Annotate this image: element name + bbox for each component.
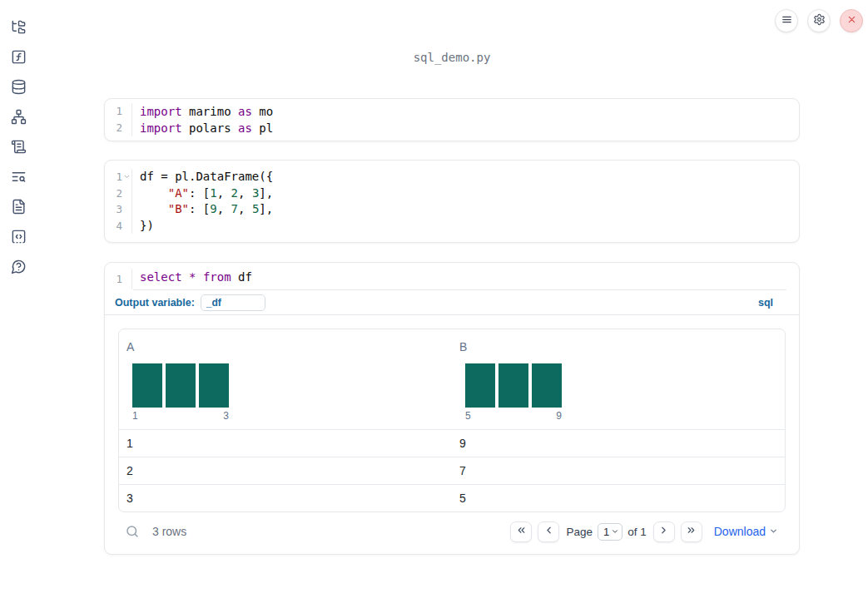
code-token: ], <box>259 202 273 215</box>
code-token: , <box>217 186 231 200</box>
code-token <box>182 270 189 284</box>
code-token: "B" <box>168 202 189 215</box>
cell-value: 7 <box>452 464 785 477</box>
code-line: 2 "A": [1, 2, 3], <box>105 185 799 202</box>
sql-cell: 1 select * from df Output variable: sql … <box>104 262 800 555</box>
table-row: 1 9 <box>119 429 785 457</box>
code-line: 2 import polars as pl <box>105 120 799 136</box>
shutdown-button[interactable] <box>840 9 863 32</box>
sql-cell-footer: Output variable: sql <box>105 290 799 315</box>
histogram-bar <box>498 363 528 408</box>
gutter: 1 <box>105 169 132 185</box>
code-text: select * from df <box>132 269 252 289</box>
code-token: import <box>140 105 182 118</box>
page-label: Page <box>566 526 593 538</box>
settings-button[interactable] <box>807 9 831 32</box>
dataframe-table: A 13 B 59 1 9 2 <box>118 329 786 512</box>
gutter: 4 <box>105 218 132 235</box>
gutter: 2 <box>105 185 132 202</box>
column-header-b: B 59 <box>452 329 785 429</box>
column-header-a: A 13 <box>119 329 452 429</box>
first-page-button[interactable] <box>510 521 532 542</box>
code-token: mo <box>252 105 273 118</box>
code-token: , <box>238 202 252 215</box>
code-token: 9 <box>210 202 216 215</box>
line-number: 2 <box>116 185 122 202</box>
chevron-left-icon <box>543 524 554 539</box>
download-label: Download <box>714 525 766 538</box>
histogram-min-label: 1 <box>132 410 138 422</box>
code-token: ], <box>259 186 273 200</box>
search-icon[interactable] <box>125 524 140 539</box>
line-number: 4 <box>116 218 122 235</box>
language-badge[interactable]: sql <box>758 297 773 309</box>
code-text: "A": [1, 2, 3], <box>132 185 273 202</box>
sql-editor[interactable]: 1 select * from df <box>105 263 799 289</box>
column-name[interactable]: A <box>126 340 134 353</box>
text-search-icon[interactable] <box>11 169 27 185</box>
column-histogram: 13 <box>132 363 229 422</box>
output-variable-input[interactable] <box>201 294 265 311</box>
code-token <box>196 270 202 284</box>
code-token: 2 <box>231 186 238 200</box>
table-header: A 13 B 59 <box>119 329 785 429</box>
histogram-bar <box>199 363 229 408</box>
last-page-button[interactable] <box>681 521 702 542</box>
output-variable-label: Output variable: <box>115 297 195 309</box>
code-text: import polars as pl <box>132 120 273 136</box>
code-token: 1 <box>210 186 216 200</box>
code-cell-dataframe[interactable]: 1 df = pl.DataFrame({ 2 "A": [1, 2, 3], … <box>104 160 800 243</box>
fold-chevron-icon[interactable] <box>122 172 131 182</box>
message-question-icon[interactable] <box>11 259 27 274</box>
code-line: 3 "B": [9, 7, 5], <box>105 201 799 218</box>
download-button[interactable]: Download <box>714 525 778 538</box>
code-token: as <box>238 105 252 118</box>
code-token: pl <box>252 121 273 135</box>
code-token: marimo <box>182 105 238 118</box>
line-number: 1 <box>116 103 122 120</box>
code-token: polars <box>182 121 238 135</box>
row-count: 3 rows <box>152 525 186 538</box>
cell-value: 1 <box>119 437 452 450</box>
histogram-max-label: 9 <box>556 410 562 422</box>
code-cell-imports[interactable]: 1 import marimo as mo 2 import polars as… <box>104 98 800 141</box>
code-token: select <box>140 270 182 284</box>
line-number: 1 <box>116 169 122 185</box>
page-select[interactable]: 1 <box>598 523 622 541</box>
code-token: as <box>238 121 252 135</box>
histogram-bar <box>132 363 162 408</box>
code-token: from <box>203 270 231 284</box>
histogram-min-label: 5 <box>465 410 471 422</box>
line-number: 3 <box>116 201 122 218</box>
file-text-icon[interactable] <box>11 199 27 215</box>
histogram-bar <box>166 363 196 408</box>
line-number: 1 <box>116 271 122 288</box>
chevron-down-icon <box>769 525 778 538</box>
code-text: import marimo as mo <box>132 103 273 120</box>
next-page-button[interactable] <box>653 521 675 542</box>
helper-panel-sidebar <box>0 0 37 593</box>
function-square-icon[interactable] <box>11 49 27 65</box>
prev-page-button[interactable] <box>538 521 559 542</box>
cell-value: 5 <box>452 492 785 505</box>
code-token: }) <box>140 219 154 232</box>
database-icon[interactable] <box>11 79 27 95</box>
menu-button[interactable] <box>775 9 798 32</box>
notebook-title[interactable]: sql_demo.py <box>104 51 800 64</box>
code-line: 4 }) <box>105 218 799 235</box>
code-text: df = pl.DataFrame({ <box>132 169 273 185</box>
code-token: : [ <box>189 202 210 215</box>
chevron-down-icon <box>611 526 619 538</box>
code-square-icon[interactable] <box>11 229 27 245</box>
folder-tree-icon[interactable] <box>11 19 27 35</box>
scroll-text-icon[interactable] <box>11 139 27 155</box>
network-icon[interactable] <box>11 109 27 125</box>
code-token: import <box>140 121 182 135</box>
notebook-actions <box>775 9 863 32</box>
code-token: df <box>231 270 252 284</box>
code-token: df = pl.DataFrame({ <box>140 170 273 183</box>
column-name[interactable]: B <box>459 340 467 353</box>
table-footer: 3 rows Page 1 of 1 Download <box>118 517 786 546</box>
code-token: 7 <box>231 202 238 215</box>
cell-value: 2 <box>119 464 452 477</box>
